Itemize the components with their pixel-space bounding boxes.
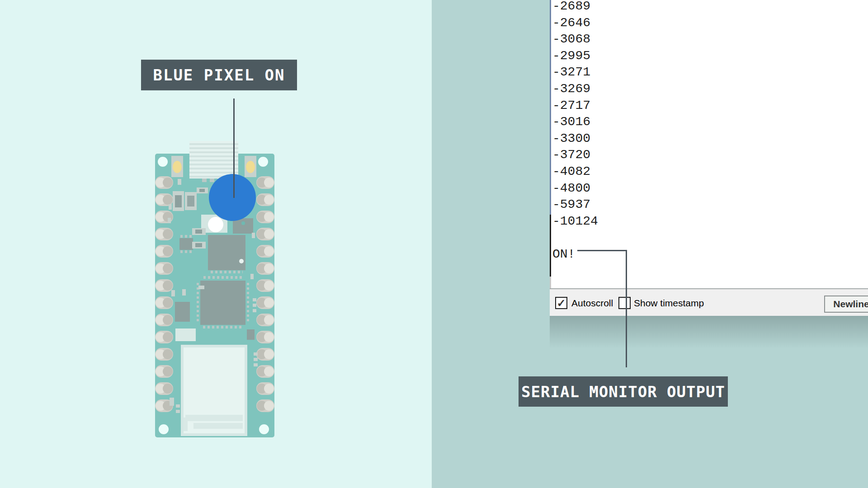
yellow-led [173,161,182,173]
pin-pad [256,176,274,189]
serial-line: -2995 [552,48,598,65]
board-component [254,363,258,366]
pin-pad [256,279,274,292]
serial-line: -3271 [552,64,598,81]
pin-row [203,276,244,279]
serial-line: ON! [552,246,598,263]
rgb-led-lens [208,217,223,232]
pin-pad [256,314,274,326]
mounting-hole [158,157,168,167]
pin-row [180,250,192,253]
pointer-line-blue-pixel [233,99,235,198]
pin-pad [155,176,173,189]
serial-line [552,230,598,246]
pointer-line-serial-h [577,250,627,251]
chip-dot [241,221,245,225]
panel-shadow [550,316,868,348]
board-component [199,189,205,192]
board-component [195,230,202,234]
usb-connector [189,141,238,178]
pin-pad [256,399,274,412]
pin-pad [155,296,173,309]
serial-monitor-toolbar: ✓ Autoscroll Show timestamp Newline [550,288,868,316]
small-ic [179,238,193,250]
board-component [195,243,202,247]
board-component [178,179,181,185]
serial-line: -4800 [552,180,598,197]
board-component [169,204,172,210]
pin-column [247,283,249,323]
small-ic [247,329,255,340]
regulator-chip [175,302,190,322]
board-component [202,178,207,182]
module-detail [193,423,243,429]
pin-pad [155,348,173,361]
mounting-hole [258,157,268,167]
show-timestamp-checkbox[interactable] [618,297,631,309]
pin-pad [256,262,274,275]
pin-pad [256,365,274,378]
board-component [253,304,256,307]
serial-line: -10124 [552,213,598,230]
pin-pad [256,348,274,361]
pin-pad [256,331,274,343]
arduino-nano-board [155,154,274,437]
module-detail [184,418,188,431]
pin-pad [155,365,173,378]
board-component [176,404,180,408]
pin-pad [256,193,274,206]
panel-edge [550,215,551,277]
autoscroll-checkbox[interactable]: ✓ [555,297,567,309]
crystal [175,328,196,341]
line-ending-dropdown[interactable]: Newline [824,296,868,313]
blue-pixel-label: BLUE PIXEL ON [141,60,297,90]
blue-pixel-led-glow [209,174,256,221]
wireless-module [181,345,247,436]
pin-pad [155,279,173,292]
pin-pad [155,331,173,343]
pin-row [180,235,192,238]
pin-pad [256,211,274,223]
module-detail [185,415,243,421]
pin-pad [256,296,274,309]
pin-pad [256,228,274,240]
pin-pad [155,314,173,326]
autoscroll-label: Autoscroll [571,289,613,317]
board-component [170,398,174,406]
chip-pin1-dot [239,259,244,263]
tutorial-figure: BLUE PIXEL ON [0,0,868,488]
radio-chip [200,281,245,325]
pin-row [203,326,243,328]
serial-line: -3269 [552,81,598,98]
serial-line: -4082 [552,164,598,180]
serial-line: -3016 [552,114,598,131]
serial-line: -2717 [552,98,598,114]
yellow-led [246,161,255,173]
pin-pad [155,228,173,240]
checkmark-icon: ✓ [557,297,566,310]
pin-pad [256,382,274,395]
board-component [253,309,256,312]
mounting-hole [259,424,269,434]
board-component [253,298,256,301]
board-component [252,233,255,238]
pin-pad [155,245,173,258]
board-component [210,178,214,182]
show-timestamp-label: Show timestamp [634,289,704,317]
pin-pad [155,382,173,395]
serial-line: -3720 [552,147,598,164]
serial-line: -2646 [552,15,598,32]
serial-output[interactable]: -2689-2646-3068-2995-3271-3269-2717-3016… [552,0,598,263]
pointer-line-serial-v [626,250,627,367]
panel-edge [550,277,551,288]
pin-row [211,271,243,273]
board-component [171,290,175,296]
mounting-hole [159,424,169,434]
serial-line: -3300 [552,131,598,147]
panel-edge [550,0,551,215]
serial-line: -2689 [552,0,598,15]
board-component [175,195,182,207]
board-component [254,358,258,361]
serial-line: -5937 [552,197,598,213]
board-component [176,410,180,413]
